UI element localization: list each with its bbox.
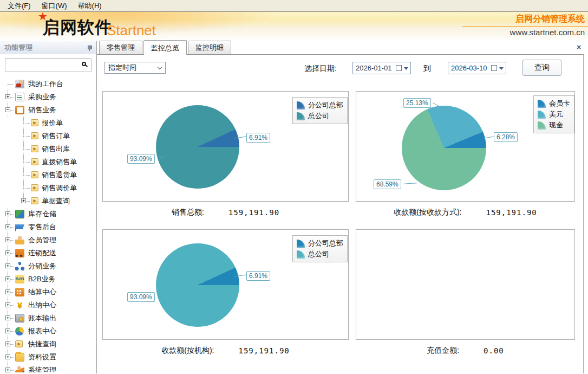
chart-panel-0: 分公司总部总公司6.91%93.09% — [102, 91, 349, 202]
sidebar-item-14[interactable]: +分销业务 — [0, 260, 96, 273]
legend-item: 美元 — [538, 109, 570, 120]
delivery-truck-icon — [15, 249, 24, 257]
close-icon[interactable]: × — [577, 43, 581, 51]
tab-1[interactable]: 监控总览 — [143, 40, 187, 55]
tab-0[interactable]: 零售管理 — [99, 41, 142, 54]
tab-2[interactable]: 监控明细 — [188, 41, 231, 54]
sidebar-item-13[interactable]: +连锁配送 — [0, 247, 96, 260]
search-icon[interactable] — [82, 62, 86, 66]
sidebar-item-12[interactable]: +会员管理 — [0, 234, 96, 247]
tree-connector-stub — [23, 123, 30, 124]
expand-plus-icon[interactable]: + — [5, 94, 10, 99]
sidebar-item-21[interactable]: +资料设置 — [0, 351, 96, 364]
sidebar-item-label: 系统管理 — [28, 365, 56, 372]
sidebar-item-17[interactable]: +¥出纳中心 — [0, 299, 96, 312]
legend-item: 现金 — [538, 120, 570, 131]
sidebar-item-9[interactable]: +▸单据查询 — [0, 195, 96, 208]
expand-plus-icon[interactable]: + — [5, 367, 10, 372]
doc-arrow-icon: ▸ — [31, 145, 38, 152]
quick-query-icon: ▸ — [15, 340, 23, 347]
member-icon — [15, 236, 24, 244]
expand-plus-icon[interactable]: + — [5, 276, 10, 281]
sidebar-item-10[interactable]: +库存仓储 — [0, 208, 96, 221]
expand-plus-icon[interactable]: + — [5, 354, 10, 359]
search-input[interactable] — [6, 60, 80, 70]
expand-plus-icon[interactable]: + — [5, 328, 10, 333]
collapse-minus-icon[interactable]: − — [5, 107, 10, 112]
sales-icon — [15, 106, 24, 114]
sidebar-item-19[interactable]: +报表中心 — [0, 325, 96, 338]
chevron-down-icon — [158, 65, 162, 69]
menu-item-2[interactable]: 帮助(H) — [75, 0, 109, 12]
sidebar-item-8[interactable]: ▸销售调价单 — [0, 182, 96, 195]
sidebar-item-label: 直拨销售单 — [42, 157, 77, 167]
expand-plus-icon[interactable]: + — [5, 315, 10, 320]
dropdown-arrow-icon[interactable] — [404, 67, 408, 70]
sidebar-item-18[interactable]: +账本输出 — [0, 312, 96, 325]
pin-icon[interactable] — [87, 45, 92, 51]
sidebar-item-label: B2B业务 — [28, 274, 56, 284]
sidebar-item-15[interactable]: +B2BB2B业务 — [0, 273, 96, 286]
chart-caption-label: 销售总额: — [172, 208, 204, 217]
sidebar-item-label: 资料设置 — [28, 352, 56, 362]
sidebar-item-5[interactable]: ▸销售出库 — [0, 143, 96, 156]
expand-plus-icon[interactable]: + — [5, 211, 10, 216]
sidebar-item-0[interactable]: 我的工作台 — [0, 78, 96, 91]
sidebar-item-11[interactable]: +零售后台 — [0, 221, 96, 234]
legend-swatch-icon — [538, 121, 546, 130]
sidebar-item-label: 结算中心 — [28, 287, 56, 297]
pie-callout-label: 6.91% — [246, 133, 270, 143]
sidebar-item-2[interactable]: −销售业务 — [0, 104, 96, 117]
chart-caption-label: 收款额(按机构): — [161, 346, 214, 356]
tree-connector-stub — [8, 84, 14, 85]
dropdown-arrow-icon[interactable] — [499, 67, 504, 70]
legend-label: 分公司总部 — [308, 100, 343, 110]
expand-plus-icon[interactable]: + — [5, 341, 10, 346]
sidebar-item-7[interactable]: ▸销售退货单 — [0, 169, 96, 182]
sidebar-item-label: 快捷查询 — [28, 339, 56, 349]
sidebar: 功能管理 我的工作台+采购业务−销售业务▸报价单▸销售订单▸销售出库▸直拨销售单… — [0, 41, 97, 373]
sidebar-item-20[interactable]: +▸快捷查询 — [0, 338, 96, 351]
legend-label: 美元 — [549, 109, 563, 119]
app-window: 文件(F)窗口(W)帮助(H) ★ 启网软件 Startnet 启网分销管理系统… — [0, 0, 588, 374]
logo-chinese-text: 启网软件 — [43, 16, 112, 39]
expand-plus-icon[interactable]: + — [5, 224, 10, 229]
date-from-value: 2026-01-01 — [356, 64, 392, 72]
tree-connector-stub — [23, 162, 30, 163]
product-name: 启网分销管理系统 — [462, 12, 588, 27]
sidebar-item-22[interactable]: +系统管理 — [0, 364, 96, 372]
query-button[interactable]: 查询 — [522, 60, 561, 76]
menu-item-0[interactable]: 文件(F) — [4, 0, 38, 12]
date-from-input[interactable]: 2026-01-01 — [352, 62, 411, 74]
date-label: 选择日期: — [304, 64, 337, 74]
expand-plus-icon[interactable]: + — [5, 250, 10, 255]
legend-label: 分公司总部 — [308, 238, 343, 248]
website-text: www.startnet.com.cn — [462, 27, 588, 37]
expand-plus-icon[interactable]: + — [5, 263, 10, 268]
expand-plus-icon[interactable]: + — [21, 198, 26, 203]
sidebar-item-1[interactable]: +采购业务 — [0, 91, 96, 104]
legend-label: 会员卡 — [549, 99, 570, 108]
expand-plus-icon[interactable]: + — [5, 289, 10, 294]
doc-arrow-icon: ▸ — [31, 184, 38, 191]
tab-strip: 零售管理监控总览监控明细 — [97, 43, 584, 55]
expand-plus-icon[interactable]: + — [5, 237, 10, 242]
sidebar-item-label: 报价单 — [42, 118, 63, 128]
time-mode-dropdown[interactable]: 指定时间 — [104, 62, 166, 74]
sidebar-item-16[interactable]: +结算中心 — [0, 286, 96, 299]
sidebar-item-6[interactable]: ▸直拨销售单 — [0, 156, 96, 169]
legend-swatch-icon — [297, 112, 305, 120]
date-to-input[interactable]: 2026-03-10 — [448, 62, 506, 74]
sidebar-item-3[interactable]: ▸报价单 — [0, 117, 96, 130]
doc-arrow-icon: ▸ — [31, 158, 38, 165]
workbench-icon — [15, 80, 24, 88]
legend-swatch-icon — [297, 250, 305, 259]
tree-connector-stub — [23, 175, 30, 176]
expand-plus-icon[interactable]: + — [5, 302, 10, 307]
sidebar-item-4[interactable]: ▸销售订单 — [0, 130, 96, 143]
legend-item: 总公司 — [297, 249, 343, 260]
pie-callout-label: 93.09% — [127, 154, 155, 164]
callout-connector-line — [404, 183, 417, 184]
pie-callout-label: 6.91% — [246, 271, 270, 281]
content-area: 零售管理监控总览监控明细 × 指定时间 选择日期: 2026-01-01 到 2… — [97, 41, 588, 373]
